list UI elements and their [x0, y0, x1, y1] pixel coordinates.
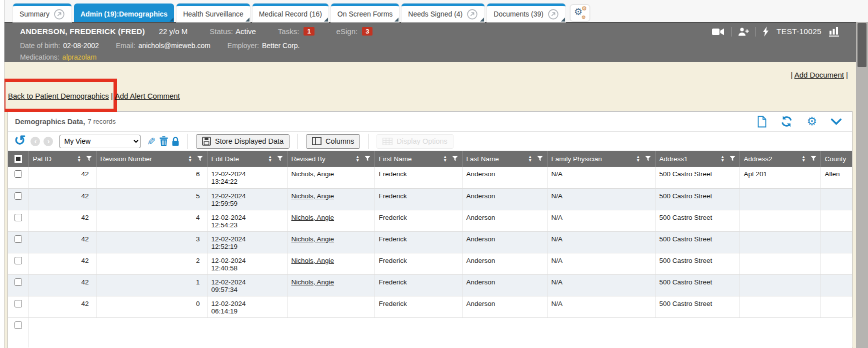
column-header-revised_by[interactable]: Revised By▲▼ — [287, 151, 374, 167]
cell-address1: 500 Castro Street — [655, 188, 740, 210]
sort-icon[interactable]: ▲▼ — [528, 155, 532, 162]
sort-icon[interactable]: ▲▼ — [636, 155, 640, 162]
refresh-icon[interactable] — [780, 116, 793, 127]
add-alert-comment-link[interactable]: Add Alert Comment — [115, 92, 180, 100]
prev-page-button[interactable]: ‹ — [30, 137, 40, 146]
row-checkbox[interactable] — [14, 170, 22, 178]
row-select-cell[interactable] — [8, 167, 28, 188]
column-header-revision_number[interactable]: Revision Number▲▼ — [96, 151, 207, 167]
panel-header: Demographics Data, 7 records ⚙ — [8, 112, 852, 132]
cell-last_name: Anderson — [462, 253, 547, 274]
filter-icon[interactable] — [537, 156, 543, 162]
sort-icon[interactable]: ▲▼ — [356, 155, 360, 162]
column-header-edit_date[interactable]: Edit Date▲▼ — [207, 151, 287, 167]
filter-icon[interactable] — [645, 156, 651, 162]
scrollbar-thumb[interactable] — [858, 23, 866, 67]
row-checkbox[interactable] — [14, 257, 22, 264]
column-header-first_name[interactable]: First Name▲▼ — [374, 151, 462, 167]
store-displayed-data-button[interactable]: Store Displayed Data — [196, 134, 290, 149]
next-page-button[interactable]: › — [44, 137, 53, 146]
medications-value[interactable]: alprazolam — [62, 53, 96, 61]
column-header-address2[interactable]: Address2▲▼ — [740, 151, 820, 167]
lock-view-icon[interactable] — [172, 136, 180, 146]
tab-admin-demographics[interactable]: Admin (19):Demographics — [74, 4, 174, 22]
popout-icon[interactable] — [466, 9, 478, 20]
row-select-cell[interactable] — [8, 253, 28, 274]
lightning-icon[interactable] — [762, 27, 769, 37]
filter-icon[interactable] — [197, 156, 203, 162]
back-to-patient-demographics-link[interactable]: Back to Patient Demographics — [8, 92, 109, 100]
revised-by-link[interactable]: Nichols, Angie — [292, 170, 334, 178]
column-header-county[interactable]: County — [820, 151, 852, 167]
cell-last_name: Anderson — [462, 167, 547, 188]
collapse-chevron-icon[interactable] — [830, 118, 842, 125]
row-select-cell[interactable] — [8, 188, 28, 210]
popout-icon[interactable] — [54, 9, 65, 20]
select-all-checkbox[interactable] — [14, 155, 22, 163]
row-checkbox[interactable] — [14, 321, 22, 329]
add-document-link[interactable]: Add Document — [794, 71, 844, 79]
filter-icon[interactable] — [86, 156, 92, 162]
tab-documents[interactable]: Documents (39) — [487, 4, 566, 22]
edit-view-icon[interactable]: ✎ — [147, 136, 156, 147]
column-label: County — [825, 155, 848, 163]
column-header-family_physician[interactable]: Family Physician▲▼ — [547, 151, 655, 167]
sort-icon[interactable]: ▲▼ — [268, 155, 272, 162]
column-header-address1[interactable]: Address1▲▼ — [655, 151, 740, 167]
sort-icon[interactable]: ▲▼ — [77, 155, 81, 162]
column-label: Last Name — [466, 155, 524, 163]
row-checkbox[interactable] — [14, 278, 22, 286]
columns-button[interactable]: Columns — [306, 134, 360, 149]
column-header-pat_id[interactable]: Pat ID▲▼ — [28, 151, 96, 167]
add-person-icon[interactable] — [738, 28, 749, 36]
columns-icon — [312, 137, 322, 145]
row-checkbox[interactable] — [14, 235, 22, 243]
row-checkbox[interactable] — [14, 192, 22, 200]
filter-icon[interactable] — [364, 156, 370, 162]
revised-by-link[interactable]: Nichols, Angie — [292, 235, 334, 243]
filter-icon[interactable] — [810, 156, 816, 162]
tab-health-surveillance[interactable]: Health Surveillance — [176, 4, 250, 22]
row-checkbox[interactable] — [14, 214, 22, 221]
filter-icon[interactable] — [730, 156, 736, 162]
row-select-cell[interactable] — [8, 274, 28, 296]
popout-icon[interactable] — [548, 9, 559, 20]
sort-icon[interactable]: ▲▼ — [802, 155, 806, 162]
revised-by-link[interactable]: Nichols, Angie — [292, 278, 334, 286]
row-checkbox[interactable] — [14, 300, 22, 307]
sort-icon[interactable]: ▲▼ — [443, 155, 447, 162]
revised-by-link[interactable]: Nichols, Angie — [292, 214, 334, 221]
tab-summary[interactable]: Summary — [13, 4, 72, 22]
tab-medical-record[interactable]: Medical Record (16) — [252, 4, 328, 22]
column-header-last_name[interactable]: Last Name▲▼ — [462, 151, 547, 167]
row-select-cell[interactable] — [8, 296, 28, 317]
vertical-scrollbar[interactable] — [856, 22, 868, 348]
patient-id: TEST-10025 — [776, 27, 822, 36]
tabs-settings-button[interactable]: ⚙ ⚙ ⚙ — [570, 5, 590, 22]
revised-by-link[interactable]: Nichols, Angie — [292, 257, 334, 264]
new-document-icon[interactable] — [757, 116, 767, 128]
row-select-cell[interactable] — [8, 317, 28, 347]
table-row: 42112-02-2024 09:57:34Nichols, AngieFred… — [8, 274, 852, 296]
esign-badge[interactable]: 3 — [362, 27, 372, 36]
sort-icon[interactable]: ▲▼ — [720, 155, 724, 162]
row-select-cell[interactable] — [8, 231, 28, 253]
cell-address2 — [740, 253, 820, 274]
bar-chart-icon[interactable] — [829, 27, 839, 37]
select-all-header-cell[interactable] — [8, 151, 28, 167]
tab-on-screen-forms[interactable]: On Screen Forms — [331, 4, 399, 22]
revised-by-link[interactable]: Nichols, Angie — [292, 192, 334, 200]
column-label: Pat ID — [33, 155, 73, 163]
tab-needs-signed[interactable]: Needs Signed (4) — [402, 4, 484, 22]
view-select[interactable]: My View — [60, 135, 140, 148]
sort-icon[interactable]: ▲▼ — [188, 155, 192, 162]
filter-icon[interactable] — [452, 156, 458, 162]
email-label: Email: — [116, 42, 136, 50]
undo-icon[interactable]: ↺ — [14, 134, 26, 148]
filter-icon[interactable] — [277, 156, 283, 162]
delete-view-icon[interactable] — [160, 136, 168, 146]
panel-settings-icon[interactable]: ⚙ — [806, 116, 817, 127]
video-visit-icon[interactable] — [712, 28, 724, 36]
row-select-cell[interactable] — [8, 210, 28, 231]
tasks-badge[interactable]: 1 — [304, 27, 314, 36]
